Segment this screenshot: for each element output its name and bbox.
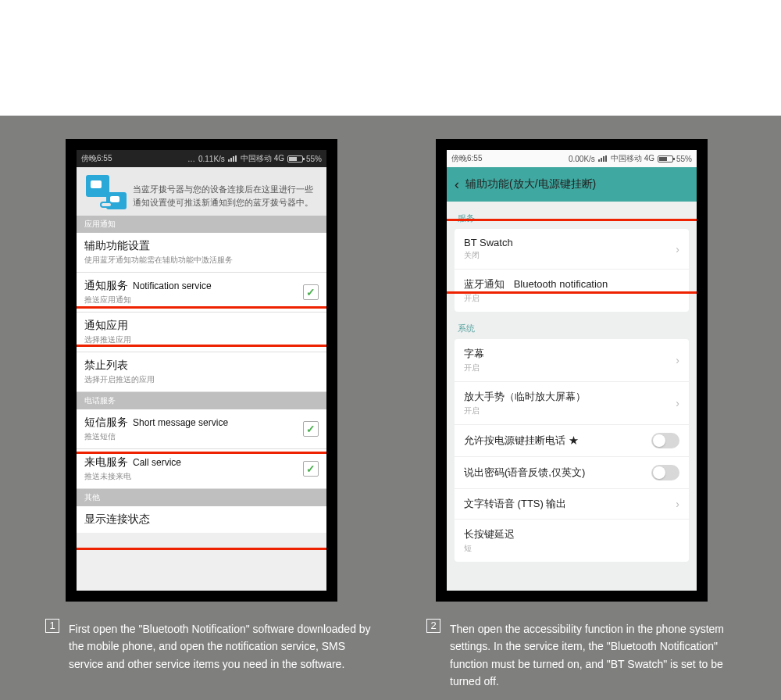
status-dots: … bbox=[187, 155, 195, 163]
label-system: 系统 bbox=[447, 312, 697, 339]
bt-swatch-sub: 关闭 bbox=[464, 250, 513, 261]
longpress-sub: 短 bbox=[464, 543, 515, 554]
power-endcall-title: 允许按电源键挂断电话 ★ bbox=[464, 434, 579, 448]
row-accessibility-title: 辅助功能设置 bbox=[84, 239, 150, 253]
row-speak-pwd[interactable]: 说出密码(语音反馈,仅英文) bbox=[455, 457, 689, 489]
status-battery-2: 55% bbox=[676, 155, 692, 163]
row-block-list[interactable]: 禁止列表 选择开启推送的应用 bbox=[77, 352, 326, 392]
status-speed-2: 0.00K/s bbox=[569, 155, 595, 163]
chevron-right-icon: › bbox=[676, 354, 679, 366]
signal-icon bbox=[228, 155, 237, 162]
chevron-right-icon: › bbox=[676, 243, 679, 255]
statusbar-2: 傍晚6:55 0.00K/s 中国移动 4G 55% bbox=[447, 150, 697, 167]
phone-frame-2: 傍晚6:55 0.00K/s 中国移动 4G 55% ‹ 辅助功能(放大/电源键… bbox=[436, 139, 708, 602]
caption-2-text: Then open the accessibility function in … bbox=[450, 620, 754, 691]
row-notifapp-title: 通知应用 bbox=[84, 319, 128, 333]
battery-icon bbox=[287, 155, 303, 162]
caption-2: 2 Then open the accessibility function i… bbox=[426, 620, 754, 691]
status-right: … 0.11K/s 中国移动 4G 55% bbox=[187, 153, 322, 164]
row-bluetooth-notif[interactable]: 蓝牙通知 Bluetooth notification 开启 bbox=[455, 270, 689, 312]
page: 傍晚6:55 … 0.11K/s 中国移动 4G 55% 当蓝牙拨号器与您的设备 bbox=[0, 0, 781, 700]
subtitles-title: 字幕 bbox=[464, 347, 484, 361]
row-longpress[interactable]: 长按键延迟 短 bbox=[455, 520, 689, 562]
tts-title: 文字转语音 (TTS) 输出 bbox=[464, 497, 566, 511]
magnify-title: 放大手势（临时放大屏幕） bbox=[464, 390, 586, 404]
section-other: 其他 bbox=[77, 489, 326, 506]
row-call-sub: 推送未接来电 bbox=[84, 471, 181, 482]
header-intro: 当蓝牙拨号器与您的设备连接后在这里进行一些通知设置使可推送新通知到您的蓝牙拨号器… bbox=[133, 175, 319, 209]
row-call-en: Call service bbox=[133, 457, 181, 468]
step-number-1: 1 bbox=[45, 619, 59, 633]
row-sms-sub: 推送短信 bbox=[84, 431, 228, 442]
caption-1-text: First open the "Bluetooth Notification" … bbox=[69, 620, 373, 673]
row-notification-app[interactable]: 通知应用 选择推送应用 bbox=[77, 312, 326, 352]
subtitles-sub: 开启 bbox=[464, 362, 484, 373]
row-accessibility[interactable]: 辅助功能设置 使用蓝牙通知功能需在辅助功能中激活服务 bbox=[77, 233, 326, 273]
label-service: 服务 bbox=[447, 202, 697, 229]
toggle-power-endcall[interactable] bbox=[651, 433, 679, 448]
card-system: 字幕 开启 › 放大手势（临时放大屏幕） 开启 › 允许按电源键挂断电话 ★ bbox=[455, 339, 689, 562]
btn-sub: 开启 bbox=[464, 293, 608, 304]
speak-pwd-title: 说出密码(语音反馈,仅英文) bbox=[464, 466, 585, 480]
row-notifapp-sub: 选择推送应用 bbox=[84, 334, 131, 345]
row-power-endcall[interactable]: 允许按电源键挂断电话 ★ bbox=[455, 425, 689, 457]
accessibility-title: 辅助功能(放大/电源键挂断) bbox=[465, 177, 596, 191]
row-notif-sub: 推送应用通知 bbox=[84, 295, 212, 305]
row-block-title: 禁止列表 bbox=[84, 359, 128, 373]
statusbar-1: 傍晚6:55 … 0.11K/s 中国移动 4G 55% bbox=[77, 150, 326, 167]
row-magnify[interactable]: 放大手势（临时放大屏幕） 开启 › bbox=[455, 382, 689, 425]
checkbox-call[interactable] bbox=[303, 461, 319, 477]
app-header: 当蓝牙拨号器与您的设备连接后在这里进行一些通知设置使可推送新通知到您的蓝牙拨号器… bbox=[77, 167, 326, 216]
status-carrier-2: 中国移动 4G bbox=[611, 153, 654, 164]
chevron-right-icon: › bbox=[676, 397, 679, 409]
section-app-notif: 应用通知 bbox=[77, 216, 326, 233]
screen-2: 傍晚6:55 0.00K/s 中国移动 4G 55% ‹ 辅助功能(放大/电源键… bbox=[447, 150, 697, 591]
row-notif-title: 通知服务 bbox=[84, 279, 128, 293]
row-sms-title: 短信服务 bbox=[84, 416, 128, 430]
checkbox-sms[interactable] bbox=[303, 421, 319, 437]
caption-1: 1 First open the "Bluetooth Notification… bbox=[45, 620, 373, 673]
row-notif-en: Notification service bbox=[133, 280, 212, 291]
row-sms-service[interactable]: 短信服务 Short message service 推送短信 bbox=[77, 409, 326, 449]
status-battery: 55% bbox=[306, 155, 322, 163]
back-icon[interactable]: ‹ bbox=[455, 177, 459, 193]
checkbox-notif[interactable] bbox=[303, 284, 319, 300]
row-call-title: 来电服务 bbox=[84, 455, 128, 470]
status-time: 傍晚6:55 bbox=[81, 153, 112, 164]
status-speed: 0.11K/s bbox=[198, 155, 225, 163]
top-white-band bbox=[0, 0, 781, 116]
accessibility-header: ‹ 辅助功能(放大/电源键挂断) bbox=[447, 167, 697, 202]
bt-pair-icon bbox=[84, 175, 127, 209]
chevron-right-icon: › bbox=[676, 498, 679, 510]
row-notification-service[interactable]: 通知服务 Notification service 推送应用通知 bbox=[77, 273, 326, 312]
card-service: BT Swatch 关闭 › 蓝牙通知 Bluetooth notificati… bbox=[455, 229, 689, 312]
toggle-speak-pwd[interactable] bbox=[651, 465, 679, 480]
signal-icon-2 bbox=[598, 155, 608, 162]
btn-title: 蓝牙通知 bbox=[464, 278, 505, 290]
row-block-sub: 选择开启推送的应用 bbox=[84, 374, 155, 385]
row-subtitles[interactable]: 字幕 开启 › bbox=[455, 339, 689, 382]
row-connection-status[interactable]: 显示连接状态 bbox=[77, 506, 326, 533]
row-sms-en: Short message service bbox=[133, 417, 228, 428]
status-carrier: 中国移动 4G bbox=[241, 153, 284, 164]
magnify-sub: 开启 bbox=[464, 405, 586, 416]
bt-swatch-title: BT Swatch bbox=[464, 237, 513, 248]
step-number-2: 2 bbox=[426, 619, 440, 633]
screen-1: 傍晚6:55 … 0.11K/s 中国移动 4G 55% 当蓝牙拨号器与您的设备 bbox=[77, 150, 326, 591]
longpress-title: 长按键延迟 bbox=[464, 527, 515, 541]
battery-icon-2 bbox=[658, 155, 673, 162]
phone-frame-1: 傍晚6:55 … 0.11K/s 中国移动 4G 55% 当蓝牙拨号器与您的设备 bbox=[66, 139, 337, 602]
btn-translation: Bluetooth notification bbox=[514, 278, 608, 290]
row-accessibility-sub: 使用蓝牙通知功能需在辅助功能中激活服务 bbox=[84, 255, 233, 266]
row-bt-swatch[interactable]: BT Swatch 关闭 › bbox=[455, 229, 689, 270]
gray-panel: 傍晚6:55 … 0.11K/s 中国移动 4G 55% 当蓝牙拨号器与您的设备 bbox=[0, 116, 781, 700]
row-tts[interactable]: 文字转语音 (TTS) 输出 › bbox=[455, 489, 689, 520]
status-time-2: 傍晚6:55 bbox=[451, 153, 482, 164]
row-call-service[interactable]: 来电服务 Call service 推送未接来电 bbox=[77, 449, 326, 489]
status-right-2: 0.00K/s 中国移动 4G 55% bbox=[569, 153, 692, 164]
section-phone-service: 电话服务 bbox=[77, 392, 326, 409]
